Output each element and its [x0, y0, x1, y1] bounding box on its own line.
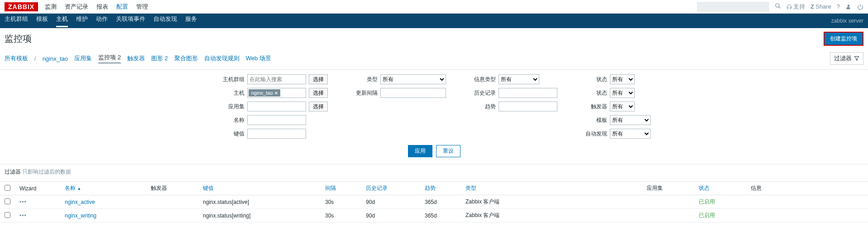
- bc-all-templates[interactable]: 所有模板: [5, 54, 28, 63]
- th-type[interactable]: 类型: [465, 185, 476, 191]
- logo[interactable]: ZABBIX: [5, 2, 38, 11]
- share-link[interactable]: Z Share: [810, 3, 831, 10]
- subnav-templates[interactable]: 模板: [36, 15, 48, 27]
- item-name-link[interactable]: nginx_writing: [65, 213, 96, 219]
- help-icon[interactable]: ?: [837, 3, 840, 10]
- filter-col-3: 信息类型 所有 历史记录 趋势: [469, 74, 557, 139]
- select-template[interactable]: 所有: [610, 115, 651, 125]
- status-link[interactable]: 已启用: [699, 212, 715, 218]
- cell-interval: 30s: [321, 209, 361, 222]
- label-name: 名称: [217, 116, 245, 124]
- select-triggers[interactable]: 所有: [610, 102, 635, 111]
- select-status[interactable]: 所有: [610, 74, 635, 84]
- input-interval[interactable]: [380, 88, 446, 98]
- subnav-discovery[interactable]: 自动发现: [153, 15, 177, 27]
- filter-icon: [854, 56, 859, 61]
- nav-reports[interactable]: 报表: [96, 3, 108, 11]
- filter-col-1: 主机群组 选择 主机 nginx_tao × 选择 应用集 选择: [217, 74, 328, 139]
- select-appset-button[interactable]: 选择: [309, 102, 328, 111]
- input-hostgroup[interactable]: [247, 74, 306, 84]
- top-right: 支持 Z Share ?: [697, 2, 863, 12]
- bc-appsets[interactable]: 应用集: [74, 54, 92, 63]
- svg-line-1: [779, 7, 781, 9]
- row-checkbox[interactable]: [5, 198, 10, 204]
- sub-nav: 主机群组 模板 主机 维护 动作 关联项事件 自动发现 服务 zabbix se…: [0, 14, 868, 28]
- select-host-button[interactable]: 选择: [309, 88, 328, 98]
- th-status[interactable]: 状态: [699, 185, 710, 191]
- label-hostgroup: 主机群组: [217, 76, 245, 83]
- cell-interval: 30s: [321, 195, 361, 209]
- wizard-icon[interactable]: •••: [19, 199, 27, 205]
- item-name-link[interactable]: nginx_active: [65, 199, 95, 205]
- bc-discovery[interactable]: 自动发现规则: [204, 54, 240, 63]
- search-icon[interactable]: [775, 3, 781, 10]
- row-checkbox[interactable]: [5, 212, 10, 218]
- nav-administration[interactable]: 管理: [136, 3, 148, 11]
- select-discovery[interactable]: 所有: [610, 129, 651, 139]
- cell-key: nginx.status[writing]: [198, 209, 321, 222]
- th-key[interactable]: 键值: [203, 185, 214, 191]
- nav-configuration[interactable]: 配置: [116, 3, 128, 11]
- input-history[interactable]: [499, 88, 557, 98]
- label-history: 历史记录: [469, 89, 496, 97]
- input-key[interactable]: [247, 129, 306, 139]
- create-item-button[interactable]: 创建监控项: [824, 32, 863, 46]
- apply-button[interactable]: 应用: [408, 145, 432, 157]
- input-appset[interactable]: [247, 102, 306, 111]
- filter-col-4: 状态 所有 状态 所有 触发器 所有 模板 所有 自动发现 所有: [580, 74, 651, 139]
- input-name[interactable]: [247, 115, 306, 125]
- cell-key: nginx.status[active]: [198, 195, 321, 209]
- label-host: 主机: [217, 89, 245, 97]
- label-trends: 趋势: [469, 103, 496, 111]
- wizard-icon[interactable]: •••: [19, 213, 27, 219]
- th-history[interactable]: 历史记录: [366, 185, 388, 191]
- input-host[interactable]: nginx_tao ×: [247, 88, 306, 98]
- search-input[interactable]: [697, 2, 769, 12]
- select-state[interactable]: 所有: [610, 88, 635, 98]
- filter-buttons: 应用 重设: [0, 145, 868, 157]
- support-label: 支持: [793, 3, 805, 11]
- subnav-hosts[interactable]: 主机: [56, 15, 68, 27]
- bc-web[interactable]: Web 场景: [246, 54, 271, 63]
- status-link[interactable]: 已启用: [699, 198, 715, 205]
- filter-toggle[interactable]: 过滤器: [830, 52, 863, 65]
- label-appset: 应用集: [217, 103, 245, 111]
- label-interval: 更新间隔: [350, 89, 378, 97]
- label-discovery: 自动发现: [580, 130, 607, 138]
- items-table: Wizard 名称 ▲ 触发器 键值 间隔 历史记录 趋势 类型 应用集 状态 …: [0, 181, 868, 222]
- bc-screens[interactable]: 聚合图形: [174, 54, 198, 63]
- sort-asc-icon: ▲: [77, 186, 81, 191]
- th-name[interactable]: 名称 ▲: [65, 185, 81, 191]
- nav-monitoring[interactable]: 监测: [45, 3, 57, 11]
- bc-triggers[interactable]: 触发器: [127, 54, 145, 63]
- select-all-checkbox[interactable]: [5, 185, 10, 191]
- reset-button[interactable]: 重设: [436, 145, 460, 157]
- bc-graphs[interactable]: 图形 2: [151, 54, 168, 63]
- svg-marker-4: [854, 57, 859, 61]
- select-type[interactable]: 所有: [380, 74, 446, 84]
- subnav-actions[interactable]: 动作: [96, 15, 108, 27]
- remove-chip-icon[interactable]: ×: [275, 90, 278, 96]
- support-link[interactable]: 支持: [786, 3, 805, 11]
- bc-host[interactable]: nginx_tao: [43, 55, 68, 62]
- subnav-services[interactable]: 服务: [185, 15, 197, 27]
- subnav-hostgroups[interactable]: 主机群组: [5, 15, 28, 27]
- select-infotype[interactable]: 所有: [499, 74, 539, 84]
- subnav-correlation[interactable]: 关联项事件: [116, 15, 145, 27]
- select-hostgroup-button[interactable]: 选择: [309, 74, 328, 84]
- subfilter-bar: 过滤器 只影响过滤后的数据: [0, 164, 868, 179]
- breadcrumb: 所有模板 / nginx_tao 应用集 监控项 2 触发器 图形 2 聚合图形…: [0, 49, 868, 69]
- subnav-maintenance[interactable]: 维护: [76, 15, 88, 27]
- cell-type: Zabbix 客户端: [461, 209, 642, 222]
- bc-items[interactable]: 监控项 2: [98, 53, 121, 63]
- page-title: 监控项: [5, 33, 824, 45]
- nav-inventory[interactable]: 资产记录: [65, 3, 88, 11]
- label-type: 类型: [350, 76, 378, 83]
- input-trends[interactable]: [499, 102, 557, 111]
- power-icon[interactable]: [857, 4, 863, 10]
- user-icon[interactable]: [845, 4, 852, 10]
- th-interval[interactable]: 间隔: [325, 185, 336, 191]
- th-trends[interactable]: 趋势: [425, 185, 436, 191]
- svg-point-0: [776, 4, 779, 7]
- cell-trends: 365d: [420, 209, 461, 222]
